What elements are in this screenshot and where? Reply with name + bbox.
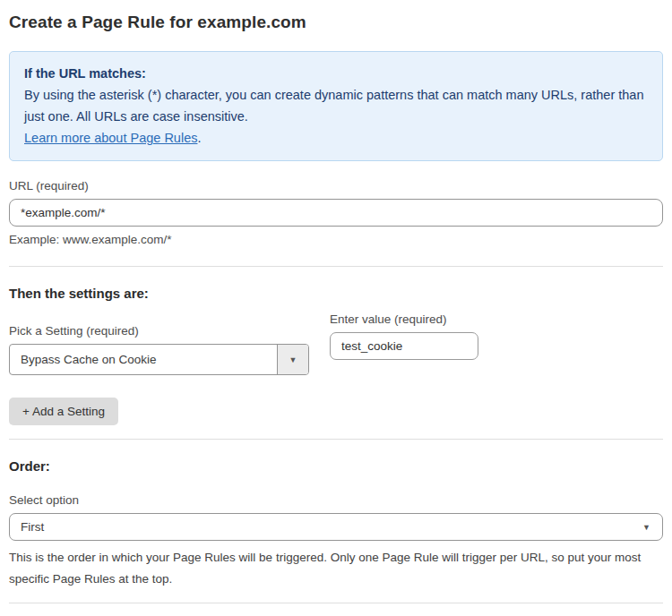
learn-more-link[interactable]: Learn more about Page Rules: [24, 131, 197, 145]
url-input[interactable]: [9, 199, 663, 227]
url-example-helper: Example: www.example.com/*: [9, 233, 663, 246]
url-field-label: URL (required): [9, 179, 663, 192]
order-dropdown-value: First: [21, 520, 44, 534]
pick-setting-label: Pick a Setting (required): [9, 324, 309, 338]
enter-value-label: Enter value (required): [330, 312, 478, 326]
setting-value-input[interactable]: [330, 332, 478, 360]
info-box-heading: If the URL matches:: [24, 63, 648, 84]
create-page-rule-form: Create a Page Rule for example.com If th…: [0, 0, 672, 616]
setting-dropdown[interactable]: Bypass Cache on Cookie ▼: [9, 344, 309, 375]
enter-value-column: Enter value (required): [330, 312, 478, 360]
chevron-down-icon: ▼: [642, 523, 650, 532]
link-suffix: .: [197, 131, 201, 145]
order-dropdown[interactable]: First ▼: [9, 513, 663, 541]
info-box-body: By using the asterisk (*) character, you…: [24, 84, 648, 127]
url-match-info-box: If the URL matches: By using the asteris…: [9, 51, 663, 161]
info-box-link-line: Learn more about Page Rules.: [24, 127, 648, 149]
section-divider: [9, 603, 663, 603]
add-setting-button[interactable]: + Add a Setting: [9, 398, 118, 425]
order-section-heading: Order:: [9, 458, 663, 474]
chevron-down-icon[interactable]: ▼: [277, 345, 308, 374]
select-option-label: Select option: [9, 493, 663, 507]
settings-section-heading: Then the settings are:: [9, 286, 663, 301]
pick-setting-column: Pick a Setting (required) Bypass Cache o…: [9, 306, 309, 375]
setting-dropdown-value: Bypass Cache on Cookie: [10, 345, 277, 374]
section-divider: [9, 439, 663, 440]
setting-row: Pick a Setting (required) Bypass Cache o…: [9, 306, 663, 375]
order-helper-text: This is the order in which your Page Rul…: [9, 547, 654, 590]
page-title: Create a Page Rule for example.com: [9, 13, 663, 32]
section-divider: [9, 266, 663, 267]
